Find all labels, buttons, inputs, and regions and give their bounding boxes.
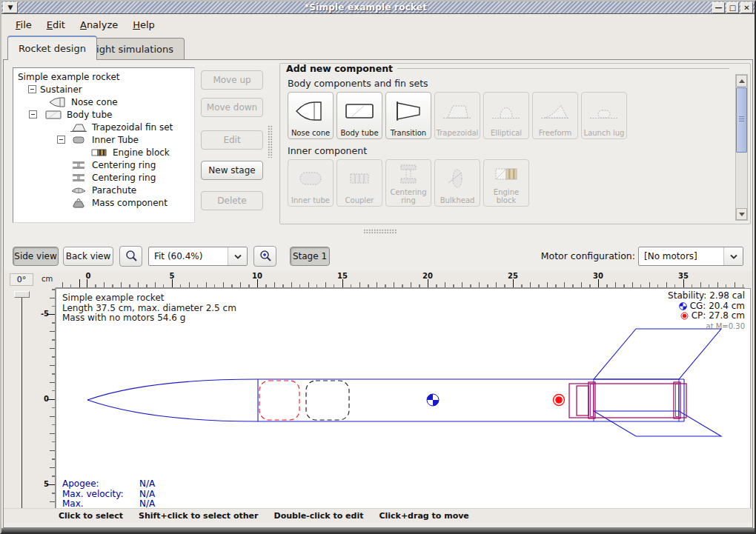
menu-edit[interactable]: Edit <box>40 17 72 33</box>
inner-tube-outline <box>569 384 686 418</box>
new-stage-button[interactable]: New stage <box>201 161 263 180</box>
move-down-button[interactable]: Move down <box>201 98 263 117</box>
chevron-down-icon <box>723 247 743 265</box>
tree-item-parachute[interactable]: Parachute <box>16 184 194 196</box>
transition-icon <box>392 93 425 129</box>
nose-cone-icon <box>49 97 67 107</box>
engine-block-icon <box>90 147 108 158</box>
stability-value: Stability: 2.98 cal <box>668 291 745 301</box>
side-view-button[interactable]: Side view <box>13 247 59 266</box>
bulkhead-icon <box>441 160 474 196</box>
add-inner-tube-button[interactable]: Inner tube <box>288 159 334 207</box>
component-panel-scrollbar[interactable] <box>735 74 748 221</box>
vertical-splitter-handle[interactable] <box>268 125 273 158</box>
add-trapezoidal-fin-button[interactable]: Trapezoidal <box>434 92 480 139</box>
add-body-tube-button[interactable]: Body tube <box>336 92 382 139</box>
tree-item-nose-cone[interactable]: Nose cone <box>16 96 194 108</box>
scroll-up-icon[interactable] <box>736 75 747 87</box>
flight-data-block: Apogee:N/A Max. velocity:N/A Max. accele… <box>62 479 155 509</box>
menu-bar: File Edit Analyze Help <box>1 15 755 34</box>
tree-item-label: Centering ring <box>92 160 156 170</box>
menu-help[interactable]: Help <box>126 17 162 33</box>
add-launch-lug-button[interactable]: Launch lug <box>581 92 627 139</box>
trapezoidal-fin-icon <box>441 93 474 129</box>
apogee-label: Apogee: <box>62 479 139 490</box>
rotation-slider[interactable] <box>21 294 22 516</box>
horizontal-splitter-handle[interactable] <box>363 229 397 234</box>
engine-block-icon <box>490 160 523 188</box>
add-transition-button[interactable]: Transition <box>385 92 431 139</box>
view-toolbar: Side view Back view Fit (60.4%) <box>4 244 752 269</box>
rocket-design-pane: Simple example rocket Sustainer Nose con… <box>3 59 753 528</box>
nose-cone-icon <box>294 93 327 129</box>
cg-value: CG: 20.4 cm <box>690 301 745 312</box>
collapse-icon[interactable] <box>57 136 65 144</box>
tree-item-label: Parachute <box>92 185 136 196</box>
add-nose-cone-button[interactable]: Nose cone <box>288 92 334 139</box>
menu-analyze[interactable]: Analyze <box>73 17 125 33</box>
tree-item-label: Body tube <box>67 110 112 120</box>
hint-shift-click: Shift+click to select other <box>139 511 259 521</box>
zoom-in-button[interactable] <box>253 246 276 267</box>
tree-item-label: Centering ring <box>92 173 156 183</box>
tree-item-engine-block[interactable]: Engine block <box>16 146 194 158</box>
inner-component-buttons: Inner tube Coupler Centering ring <box>288 159 744 207</box>
close-icon[interactable]: ✕ <box>740 2 753 13</box>
component-tree[interactable]: Simple example rocket Sustainer Nose con… <box>13 67 195 223</box>
tree-item-sustainer[interactable]: Sustainer <box>16 83 194 96</box>
tree-item-centering-ring-2[interactable]: Centering ring <box>16 171 194 184</box>
tree-item-mass-component[interactable]: Mass component <box>16 196 194 209</box>
launch-lug-icon <box>588 93 620 129</box>
rocket-info-block: Simple example rocket Length 37.5 cm, ma… <box>62 293 236 324</box>
zoom-level-select[interactable]: Fit (60.4%) <box>148 247 248 266</box>
stage-1-toggle[interactable]: Stage 1 <box>290 247 330 266</box>
minimize-icon[interactable]: — <box>712 2 725 13</box>
mass-component-icon <box>70 198 87 208</box>
add-centering-ring-button[interactable]: Centering ring <box>385 159 431 207</box>
rotation-slider-handle[interactable] <box>14 291 30 298</box>
add-elliptical-fin-button[interactable]: Elliptical <box>483 92 529 139</box>
tree-action-buttons: Move up Move down Edit New stage Delete <box>201 70 263 218</box>
tree-item-fin-set[interactable]: Trapezoidal fin set <box>16 121 194 133</box>
collapse-icon[interactable] <box>28 85 36 93</box>
tree-item-inner-tube[interactable]: Inner Tube <box>16 133 194 146</box>
zoom-out-button[interactable] <box>119 246 142 267</box>
window-resize-edge[interactable] <box>1 528 755 533</box>
freeform-fin-icon <box>539 93 571 129</box>
back-view-button[interactable]: Back view <box>63 247 113 266</box>
tree-item-centering-ring-1[interactable]: Centering ring <box>16 158 194 171</box>
rocket-name: Simple example rocket <box>62 293 236 304</box>
add-coupler-button[interactable]: Coupler <box>336 159 382 207</box>
inner-tube-icon <box>294 160 327 196</box>
move-up-button[interactable]: Move up <box>201 70 263 90</box>
add-component-title: Add new component <box>286 63 744 74</box>
rocket-canvas[interactable]: Simple example rocket Length 37.5 cm, ma… <box>56 288 751 509</box>
centering-ring-outline <box>674 382 680 418</box>
tree-item-rocket[interactable]: Simple example rocket <box>16 70 194 83</box>
add-bulkhead-button[interactable]: Bulkhead <box>434 159 480 207</box>
vertical-ruler: -5 0 5 <box>38 288 56 509</box>
tab-rocket-design[interactable]: Rocket design <box>7 36 97 60</box>
add-engine-block-button[interactable]: Engine block <box>483 159 529 207</box>
maximize-icon[interactable]: □ <box>726 2 739 13</box>
add-freeform-fin-button[interactable]: Freeform <box>532 92 578 139</box>
zoom-out-icon <box>124 249 139 264</box>
tree-item-body-tube[interactable]: Body tube <box>16 108 194 121</box>
delete-button[interactable]: Delete <box>201 191 263 210</box>
edit-button[interactable]: Edit <box>201 130 263 150</box>
menu-file[interactable]: File <box>9 17 39 33</box>
scrollbar-thumb[interactable] <box>736 87 747 153</box>
title-bar[interactable]: ▼ *Simple example rocket — □ ✕ <box>1 1 755 14</box>
body-tube-icon <box>343 93 376 129</box>
hint-double-click: Double-click to edit <box>274 511 364 521</box>
hint-click-drag: Click+drag to move <box>379 511 468 521</box>
centering-ring-outline <box>588 382 595 418</box>
window-menu-icon[interactable]: ▼ <box>3 2 18 13</box>
collapse-icon[interactable] <box>29 110 37 119</box>
rotation-angle-field[interactable]: 0° <box>10 273 33 286</box>
parachute-icon <box>70 185 87 196</box>
motor-configuration-select[interactable]: [No motors] <box>638 247 743 266</box>
scroll-down-icon[interactable] <box>736 208 747 220</box>
ruler-unit-label: cm <box>42 275 53 283</box>
centering-ring-icon <box>70 173 87 183</box>
